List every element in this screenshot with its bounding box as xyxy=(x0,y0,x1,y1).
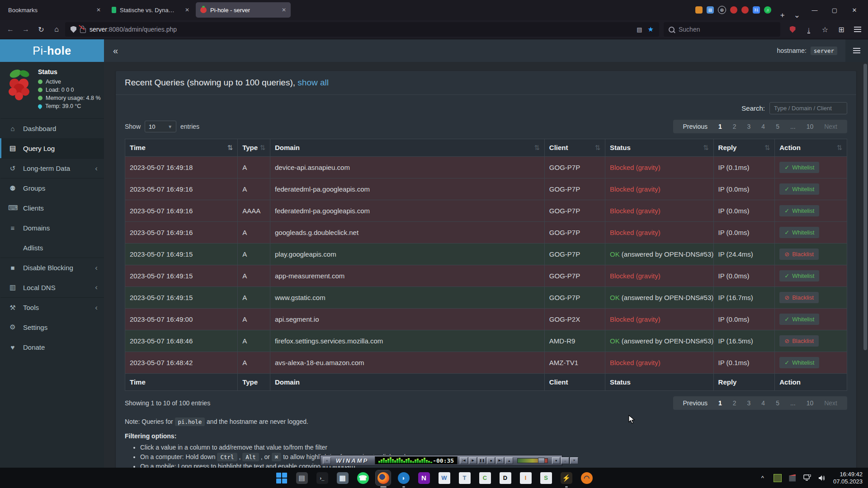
tab-close-icon[interactable]: ✕ xyxy=(181,7,189,13)
pihole-tab-icon-2[interactable] xyxy=(741,6,749,14)
cell-domain[interactable]: app-measurement.com xyxy=(270,265,544,287)
cell-reply[interactable]: IP (24.4ms) xyxy=(713,244,775,265)
cell-domain[interactable]: api.segment.io xyxy=(270,309,544,330)
bookmark-star-icon[interactable]: ★ xyxy=(648,25,654,33)
cell-client[interactable]: GOG-P7P xyxy=(544,178,605,200)
page-scrollbar[interactable] xyxy=(863,63,868,460)
winamp-shade-toggle-button[interactable]: ▼ xyxy=(552,457,560,464)
cell-status[interactable]: Blocked (gravity) xyxy=(605,157,714,178)
cell-type[interactable]: A xyxy=(238,265,270,287)
winamp-visualizer[interactable]: -00:35 xyxy=(375,456,458,465)
column-header-reply[interactable]: Reply⇅ xyxy=(713,139,775,157)
cell-time[interactable]: 2023-05-07 16:49:00 xyxy=(125,309,238,330)
sort-icon[interactable]: ⇅ xyxy=(594,144,600,152)
oo-writer-icon[interactable]: W xyxy=(437,470,452,485)
browser-tab[interactable]: Bookmarks✕ xyxy=(4,2,105,18)
cell-time[interactable]: 2023-05-07 16:49:16 xyxy=(125,200,238,222)
pagination-page-2[interactable]: 2 xyxy=(727,399,742,408)
cell-type[interactable]: A xyxy=(238,157,270,178)
sidebar-item-query-log[interactable]: ▤Query Log xyxy=(0,138,104,158)
whitelist-button[interactable]: ✓Whitelist xyxy=(779,270,819,282)
show-all-link[interactable]: show all xyxy=(297,78,329,87)
globe-icon[interactable]: ⊕ xyxy=(718,6,726,14)
cell-client[interactable]: GOG-P2X xyxy=(544,309,605,330)
tray-app-icon-green[interactable] xyxy=(774,474,782,482)
reader-view-icon[interactable]: ▤ xyxy=(637,26,642,33)
cell-type[interactable]: A xyxy=(238,222,270,244)
onenote-icon[interactable]: N xyxy=(416,470,431,485)
tray-expand-icon[interactable]: ^ xyxy=(759,474,767,482)
topbar-menu-button[interactable] xyxy=(845,39,868,62)
cell-domain[interactable]: federatedml-pa.googleapis.com xyxy=(270,200,544,222)
start-button[interactable] xyxy=(274,470,289,485)
column-header-time[interactable]: Time⇅ xyxy=(125,139,238,157)
sidebar-item-long-term-data[interactable]: ↺Long-term Data‹ xyxy=(0,158,104,178)
cell-type[interactable]: A xyxy=(238,330,270,352)
notes-app-icon[interactable]: ▤ xyxy=(707,6,714,14)
blacklist-button[interactable]: ⊘Blacklist xyxy=(779,335,819,347)
cell-client[interactable]: GOG-P7P xyxy=(544,222,605,244)
sidebar-item-dashboard[interactable]: ⌂Dashboard xyxy=(0,118,104,138)
pagination-page-...[interactable]: ... xyxy=(785,399,801,408)
cell-domain[interactable]: googleads.g.doubleclick.net xyxy=(270,222,544,244)
home-icon[interactable]: ⌂ xyxy=(50,23,63,36)
cell-client[interactable]: GOG-P7P xyxy=(544,200,605,222)
calendar-icon[interactable]: 31 xyxy=(753,6,760,14)
reload-icon[interactable]: ↻ xyxy=(34,23,48,36)
entries-select[interactable]: 10▼ xyxy=(145,121,176,132)
tab-close-icon[interactable]: ✕ xyxy=(278,7,286,13)
cell-time[interactable]: 2023-05-07 16:49:15 xyxy=(125,287,238,309)
cell-client[interactable]: GOG-P7P xyxy=(544,265,605,287)
pagination-next[interactable]: Next xyxy=(819,399,843,408)
whatsapp-icon[interactable]: ☎ xyxy=(355,470,370,485)
cell-reply[interactable]: IP (16.5ms) xyxy=(713,330,775,352)
cell-domain[interactable]: www.gstatic.com xyxy=(270,287,544,309)
tracking-shield-icon[interactable] xyxy=(71,26,76,33)
cell-client[interactable]: AMZ-TV1 xyxy=(544,352,605,374)
sidebar-item-groups[interactable]: ⚉Groups xyxy=(0,178,104,198)
tab-dropdown-button[interactable]: ⌄ xyxy=(789,10,805,20)
whitelist-button[interactable]: ✓Whitelist xyxy=(779,357,819,368)
cell-domain[interactable]: federatedml-pa.googleapis.com xyxy=(270,178,544,200)
cell-client[interactable]: GOG-P7P xyxy=(544,287,605,309)
winamp-volume-slider[interactable] xyxy=(517,458,548,463)
cell-reply[interactable]: IP (0.0ms) xyxy=(713,200,775,222)
cell-time[interactable]: 2023-05-07 16:49:16 xyxy=(125,222,238,244)
pagination-page-...[interactable]: ... xyxy=(785,122,801,131)
column-header-client[interactable]: Client⇅ xyxy=(544,139,605,157)
browser-search-field[interactable]: Suchen xyxy=(664,22,780,37)
cell-domain[interactable]: firefox.settings.services.mozilla.com xyxy=(270,330,544,352)
cell-status[interactable]: OK (answered by OPEN-DNS#53) xyxy=(605,287,714,309)
sidebar-collapse-icon[interactable]: « xyxy=(113,46,118,56)
cell-reply[interactable]: IP (0.1ms) xyxy=(713,352,775,374)
cell-status[interactable]: Blocked (gravity) xyxy=(605,200,714,222)
cell-status[interactable]: Blocked (gravity) xyxy=(605,178,714,200)
cell-time[interactable]: 2023-05-07 16:49:15 xyxy=(125,265,238,287)
sort-icon[interactable]: ⇅ xyxy=(534,144,540,152)
cell-status[interactable]: OK (answered by OPEN-DNS#53) xyxy=(605,330,714,352)
network-icon[interactable] xyxy=(803,474,811,482)
cell-type[interactable]: A xyxy=(238,244,270,265)
oo-draw-icon[interactable]: D xyxy=(498,470,513,485)
blacklist-button[interactable]: ⊘Blacklist xyxy=(779,249,819,260)
spotify-icon[interactable]: ♫ xyxy=(764,6,771,14)
oo-template-icon[interactable]: T xyxy=(457,470,472,485)
pagination-page-1[interactable]: 1 xyxy=(713,399,727,408)
close-button[interactable]: ✕ xyxy=(844,0,864,20)
cell-domain[interactable]: avs-alexa-18-eu.amazon.com xyxy=(270,352,544,374)
browser-tab[interactable]: Statische vs. Dynamische MAC-✕ xyxy=(107,2,194,18)
sidebar-item-domains[interactable]: ≡Domains xyxy=(0,218,104,238)
column-header-action[interactable]: Action⇅ xyxy=(775,139,847,157)
winamp-close-button[interactable]: ✕ xyxy=(570,457,578,464)
sort-icon[interactable]: ⇅ xyxy=(836,144,842,152)
cell-type[interactable]: A xyxy=(238,178,270,200)
extension-star-icon[interactable]: ☆ xyxy=(818,23,832,36)
column-header-domain[interactable]: Domain⇅ xyxy=(270,139,544,157)
blacklist-button[interactable]: ⊘Blacklist xyxy=(779,292,819,303)
winamp-eject-button[interactable]: ▲ xyxy=(505,457,513,464)
pagination-page-5[interactable]: 5 xyxy=(770,122,785,131)
tray-app-icon-dark[interactable] xyxy=(788,474,797,482)
cell-time[interactable]: 2023-05-07 16:49:15 xyxy=(125,244,238,265)
cell-domain[interactable]: device-api.asnapieu.com xyxy=(270,157,544,178)
scrollbar-thumb[interactable] xyxy=(863,64,867,350)
